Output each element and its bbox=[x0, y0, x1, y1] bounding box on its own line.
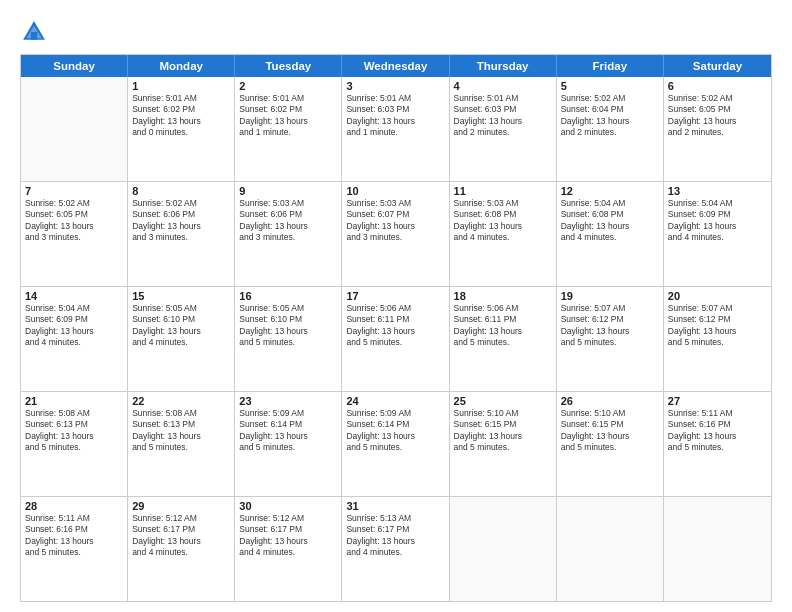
table-row: 25Sunrise: 5:10 AMSunset: 6:15 PMDayligh… bbox=[450, 392, 557, 496]
table-row: 6Sunrise: 5:02 AMSunset: 6:05 PMDaylight… bbox=[664, 77, 771, 181]
table-row: 21Sunrise: 5:08 AMSunset: 6:13 PMDayligh… bbox=[21, 392, 128, 496]
table-row: 24Sunrise: 5:09 AMSunset: 6:14 PMDayligh… bbox=[342, 392, 449, 496]
cell-info: Sunrise: 5:07 AMSunset: 6:12 PMDaylight:… bbox=[561, 303, 659, 349]
day-number: 26 bbox=[561, 395, 659, 407]
day-number: 19 bbox=[561, 290, 659, 302]
cell-info: Sunrise: 5:05 AMSunset: 6:10 PMDaylight:… bbox=[239, 303, 337, 349]
cell-info: Sunrise: 5:07 AMSunset: 6:12 PMDaylight:… bbox=[668, 303, 767, 349]
cell-info: Sunrise: 5:03 AMSunset: 6:08 PMDaylight:… bbox=[454, 198, 552, 244]
cell-info: Sunrise: 5:03 AMSunset: 6:06 PMDaylight:… bbox=[239, 198, 337, 244]
table-row: 29Sunrise: 5:12 AMSunset: 6:17 PMDayligh… bbox=[128, 497, 235, 601]
day-number: 3 bbox=[346, 80, 444, 92]
table-row: 11Sunrise: 5:03 AMSunset: 6:08 PMDayligh… bbox=[450, 182, 557, 286]
cell-info: Sunrise: 5:02 AMSunset: 6:04 PMDaylight:… bbox=[561, 93, 659, 139]
day-number: 20 bbox=[668, 290, 767, 302]
table-row: 12Sunrise: 5:04 AMSunset: 6:08 PMDayligh… bbox=[557, 182, 664, 286]
table-row: 5Sunrise: 5:02 AMSunset: 6:04 PMDaylight… bbox=[557, 77, 664, 181]
day-number: 2 bbox=[239, 80, 337, 92]
calendar-body: 1Sunrise: 5:01 AMSunset: 6:02 PMDaylight… bbox=[21, 77, 771, 601]
cell-info: Sunrise: 5:10 AMSunset: 6:15 PMDaylight:… bbox=[561, 408, 659, 454]
table-row: 30Sunrise: 5:12 AMSunset: 6:17 PMDayligh… bbox=[235, 497, 342, 601]
day-number: 31 bbox=[346, 500, 444, 512]
day-number: 25 bbox=[454, 395, 552, 407]
day-number: 27 bbox=[668, 395, 767, 407]
cell-info: Sunrise: 5:02 AMSunset: 6:06 PMDaylight:… bbox=[132, 198, 230, 244]
cell-info: Sunrise: 5:09 AMSunset: 6:14 PMDaylight:… bbox=[239, 408, 337, 454]
day-number: 5 bbox=[561, 80, 659, 92]
day-number: 14 bbox=[25, 290, 123, 302]
day-number: 17 bbox=[346, 290, 444, 302]
table-row bbox=[450, 497, 557, 601]
cell-info: Sunrise: 5:06 AMSunset: 6:11 PMDaylight:… bbox=[454, 303, 552, 349]
calendar-row-0: 1Sunrise: 5:01 AMSunset: 6:02 PMDaylight… bbox=[21, 77, 771, 182]
day-number: 7 bbox=[25, 185, 123, 197]
cell-info: Sunrise: 5:01 AMSunset: 6:03 PMDaylight:… bbox=[346, 93, 444, 139]
cell-info: Sunrise: 5:08 AMSunset: 6:13 PMDaylight:… bbox=[132, 408, 230, 454]
day-number: 6 bbox=[668, 80, 767, 92]
cell-info: Sunrise: 5:01 AMSunset: 6:02 PMDaylight:… bbox=[239, 93, 337, 139]
table-row: 9Sunrise: 5:03 AMSunset: 6:06 PMDaylight… bbox=[235, 182, 342, 286]
day-number: 1 bbox=[132, 80, 230, 92]
day-number: 9 bbox=[239, 185, 337, 197]
day-number: 16 bbox=[239, 290, 337, 302]
table-row: 1Sunrise: 5:01 AMSunset: 6:02 PMDaylight… bbox=[128, 77, 235, 181]
table-row: 28Sunrise: 5:11 AMSunset: 6:16 PMDayligh… bbox=[21, 497, 128, 601]
cell-info: Sunrise: 5:03 AMSunset: 6:07 PMDaylight:… bbox=[346, 198, 444, 244]
cell-info: Sunrise: 5:01 AMSunset: 6:03 PMDaylight:… bbox=[454, 93, 552, 139]
table-row: 13Sunrise: 5:04 AMSunset: 6:09 PMDayligh… bbox=[664, 182, 771, 286]
table-row: 8Sunrise: 5:02 AMSunset: 6:06 PMDaylight… bbox=[128, 182, 235, 286]
cell-info: Sunrise: 5:06 AMSunset: 6:11 PMDaylight:… bbox=[346, 303, 444, 349]
header bbox=[20, 18, 772, 46]
day-number: 22 bbox=[132, 395, 230, 407]
day-number: 28 bbox=[25, 500, 123, 512]
day-number: 8 bbox=[132, 185, 230, 197]
col-header-thursday: Thursday bbox=[450, 55, 557, 77]
table-row: 19Sunrise: 5:07 AMSunset: 6:12 PMDayligh… bbox=[557, 287, 664, 391]
logo-icon bbox=[20, 18, 48, 46]
day-number: 11 bbox=[454, 185, 552, 197]
cell-info: Sunrise: 5:02 AMSunset: 6:05 PMDaylight:… bbox=[668, 93, 767, 139]
day-number: 24 bbox=[346, 395, 444, 407]
col-header-tuesday: Tuesday bbox=[235, 55, 342, 77]
table-row: 7Sunrise: 5:02 AMSunset: 6:05 PMDaylight… bbox=[21, 182, 128, 286]
day-number: 30 bbox=[239, 500, 337, 512]
day-number: 13 bbox=[668, 185, 767, 197]
day-number: 29 bbox=[132, 500, 230, 512]
table-row bbox=[664, 497, 771, 601]
day-number: 12 bbox=[561, 185, 659, 197]
day-number: 23 bbox=[239, 395, 337, 407]
table-row: 17Sunrise: 5:06 AMSunset: 6:11 PMDayligh… bbox=[342, 287, 449, 391]
cell-info: Sunrise: 5:01 AMSunset: 6:02 PMDaylight:… bbox=[132, 93, 230, 139]
table-row: 16Sunrise: 5:05 AMSunset: 6:10 PMDayligh… bbox=[235, 287, 342, 391]
cell-info: Sunrise: 5:02 AMSunset: 6:05 PMDaylight:… bbox=[25, 198, 123, 244]
logo bbox=[20, 18, 54, 46]
cell-info: Sunrise: 5:04 AMSunset: 6:08 PMDaylight:… bbox=[561, 198, 659, 244]
calendar-row-1: 7Sunrise: 5:02 AMSunset: 6:05 PMDaylight… bbox=[21, 182, 771, 287]
col-header-wednesday: Wednesday bbox=[342, 55, 449, 77]
cell-info: Sunrise: 5:11 AMSunset: 6:16 PMDaylight:… bbox=[25, 513, 123, 559]
page: SundayMondayTuesdayWednesdayThursdayFrid… bbox=[0, 0, 792, 612]
svg-rect-2 bbox=[31, 32, 37, 40]
calendar-row-2: 14Sunrise: 5:04 AMSunset: 6:09 PMDayligh… bbox=[21, 287, 771, 392]
table-row bbox=[557, 497, 664, 601]
cell-info: Sunrise: 5:12 AMSunset: 6:17 PMDaylight:… bbox=[239, 513, 337, 559]
cell-info: Sunrise: 5:10 AMSunset: 6:15 PMDaylight:… bbox=[454, 408, 552, 454]
table-row: 27Sunrise: 5:11 AMSunset: 6:16 PMDayligh… bbox=[664, 392, 771, 496]
day-number: 18 bbox=[454, 290, 552, 302]
table-row: 2Sunrise: 5:01 AMSunset: 6:02 PMDaylight… bbox=[235, 77, 342, 181]
table-row: 22Sunrise: 5:08 AMSunset: 6:13 PMDayligh… bbox=[128, 392, 235, 496]
table-row bbox=[21, 77, 128, 181]
calendar-header: SundayMondayTuesdayWednesdayThursdayFrid… bbox=[21, 55, 771, 77]
table-row: 4Sunrise: 5:01 AMSunset: 6:03 PMDaylight… bbox=[450, 77, 557, 181]
col-header-saturday: Saturday bbox=[664, 55, 771, 77]
cell-info: Sunrise: 5:09 AMSunset: 6:14 PMDaylight:… bbox=[346, 408, 444, 454]
table-row: 14Sunrise: 5:04 AMSunset: 6:09 PMDayligh… bbox=[21, 287, 128, 391]
calendar: SundayMondayTuesdayWednesdayThursdayFrid… bbox=[20, 54, 772, 602]
day-number: 4 bbox=[454, 80, 552, 92]
day-number: 10 bbox=[346, 185, 444, 197]
table-row: 15Sunrise: 5:05 AMSunset: 6:10 PMDayligh… bbox=[128, 287, 235, 391]
table-row: 20Sunrise: 5:07 AMSunset: 6:12 PMDayligh… bbox=[664, 287, 771, 391]
table-row: 23Sunrise: 5:09 AMSunset: 6:14 PMDayligh… bbox=[235, 392, 342, 496]
cell-info: Sunrise: 5:08 AMSunset: 6:13 PMDaylight:… bbox=[25, 408, 123, 454]
col-header-monday: Monday bbox=[128, 55, 235, 77]
